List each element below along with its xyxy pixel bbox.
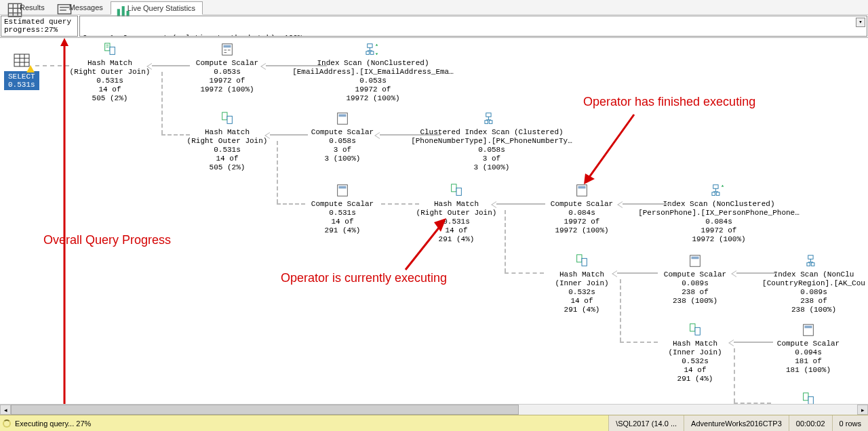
tab-label: Live Query Statistics: [127, 4, 195, 12]
op-compute-scalar-2[interactable]: Compute Scalar0.058s3 of3 (100%): [281, 111, 403, 163]
svg-marker-66: [60, 38, 68, 46]
svg-rect-62: [805, 326, 812, 329]
estimated-progress-box: Estimated query progress:27%: [1, 16, 78, 37]
select-label: SELECT0.531s: [4, 71, 39, 90]
annotation-arrow-finished: [580, 111, 641, 186]
connector: [381, 203, 419, 205]
tab-label: Messages: [69, 3, 103, 12]
svg-rect-63: [804, 393, 808, 401]
connector: [152, 65, 190, 66]
grid-icon: [7, 3, 17, 12]
svg-rect-17: [110, 47, 115, 54]
connector: [161, 72, 163, 134]
execution-plan-canvas[interactable]: SELECT0.531s Hash Match(Right Outer Join…: [0, 38, 868, 415]
select-node[interactable]: SELECT0.531s: [4, 53, 39, 90]
op-compute-scalar-5[interactable]: Compute Scalar0.089s238 of238 (100%): [634, 253, 756, 306]
compute-scalar-icon: [801, 323, 816, 337]
svg-rect-37: [485, 121, 488, 124]
tab-messages[interactable]: Messages: [52, 1, 111, 14]
svg-rect-53: [692, 257, 699, 260]
svg-marker-69: [584, 173, 595, 184]
svg-rect-9: [121, 6, 124, 16]
connector: [266, 65, 327, 66]
op-compute-scalar-4[interactable]: Compute Scalar0.084s19972 of19972 (100%): [521, 183, 643, 235]
op-clustered-index-scan[interactable]: Clustered Index Scan (Clustered)[PhoneNu…: [407, 111, 576, 172]
query-cost-line: Query 1: Query cost (relative to the bat…: [83, 34, 864, 37]
hash-match-icon: [688, 323, 703, 337]
scroll-thumb[interactable]: [11, 405, 519, 415]
query-header: Estimated query progress:27% Query 1: Qu…: [0, 15, 868, 38]
tab-live-query-statistics[interactable]: Live Query Statistics: [111, 1, 203, 15]
table-icon: [13, 53, 31, 70]
connector: [736, 272, 777, 274]
compute-scalar-icon: [688, 253, 703, 268]
svg-rect-44: [578, 186, 586, 189]
connector: [734, 348, 735, 403]
query-text-box: Query 1: Query cost (relative to the bat…: [79, 16, 867, 37]
svg-rect-50: [577, 255, 582, 262]
warning-icon: [26, 65, 35, 73]
annotation-finished: Operator has finished executing: [583, 95, 755, 109]
tab-results[interactable]: Results: [3, 1, 52, 14]
connector: [620, 342, 658, 343]
svg-rect-45: [713, 185, 718, 189]
op-index-scan-1[interactable]: Index Scan (NonClustered)[EmailAddress].…: [292, 42, 454, 103]
op-hash-match-2[interactable]: Hash Match(Right Outer Join)0.531s14 of5…: [166, 111, 288, 172]
svg-rect-21: [224, 45, 231, 48]
hash-match-icon: [220, 111, 235, 126]
svg-line-70: [406, 224, 442, 270]
svg-line-68: [588, 115, 634, 179]
svg-rect-40: [339, 186, 347, 189]
op-compute-scalar-3[interactable]: Compute Scalar0.531s14 of291 (4%): [281, 183, 403, 235]
svg-rect-33: [339, 115, 347, 117]
op-compute-scalar-6[interactable]: Compute Scalar0.094s181 of181 (100%): [747, 323, 868, 375]
svg-marker-71: [434, 218, 446, 232]
hash-match-icon: [449, 183, 464, 198]
svg-rect-57: [807, 263, 810, 266]
connector: [734, 342, 773, 343]
svg-rect-64: [808, 396, 813, 404]
status-time: 00:00:02: [789, 415, 832, 431]
status-exec-text: Executing query... 27%: [15, 419, 91, 428]
status-rows: 0 rows: [832, 415, 868, 431]
scroll-right-button[interactable]: ▾: [856, 18, 865, 27]
clustered-index-scan-icon: [484, 111, 499, 126]
svg-rect-38: [489, 121, 492, 124]
op-index-scan-3[interactable]: Index Scan (NonClu[CountryRegion].[AK_Co…: [753, 253, 868, 314]
svg-rect-59: [690, 324, 695, 331]
spinner-icon: [3, 419, 11, 428]
svg-rect-48: [712, 192, 715, 196]
status-server: \SQL2017 (14.0 ...: [608, 415, 684, 431]
connector: [496, 203, 545, 205]
op-compute-scalar-1[interactable]: Compute Scalar0.053s19972 of19972 (100%): [166, 42, 288, 94]
svg-rect-31: [227, 116, 232, 123]
scroll-left-button[interactable]: ◂: [0, 405, 11, 415]
svg-rect-58: [811, 263, 814, 266]
scroll-right-button[interactable]: ▸: [857, 405, 868, 415]
compute-scalar-icon: [335, 111, 350, 126]
compute-scalar-icon: [335, 183, 350, 198]
connector: [161, 134, 190, 136]
annotation-arrow-overall: [58, 38, 71, 414]
connector: [380, 134, 441, 136]
svg-rect-49: [716, 192, 719, 196]
svg-rect-34: [486, 113, 491, 117]
svg-rect-42: [456, 188, 461, 195]
svg-rect-60: [695, 327, 700, 335]
index-scan-icon: [366, 42, 380, 57]
svg-rect-28: [366, 52, 370, 55]
compute-scalar-icon: [220, 42, 235, 57]
status-executing: Executing query... 27%: [0, 415, 608, 431]
index-scan-icon: [806, 253, 821, 268]
connector: [623, 203, 671, 205]
svg-rect-41: [452, 184, 456, 192]
op-hash-match-4[interactable]: Hash Match(Inner Join)0.532s14 of291 (4%…: [521, 253, 643, 314]
op-hash-match-5[interactable]: Hash Match(Inner Join)0.532s14 of291 (4%…: [634, 323, 756, 384]
connector: [505, 210, 506, 272]
connector: [505, 272, 544, 274]
horizontal-scrollbar[interactable]: ◂ ▸: [0, 404, 868, 415]
scroll-track[interactable]: [11, 405, 857, 415]
messages-icon: [57, 3, 66, 12]
index-scan-icon: [711, 183, 726, 198]
op-index-scan-2[interactable]: Index Scan (NonClustered)[PersonPhone].[…: [637, 183, 800, 244]
